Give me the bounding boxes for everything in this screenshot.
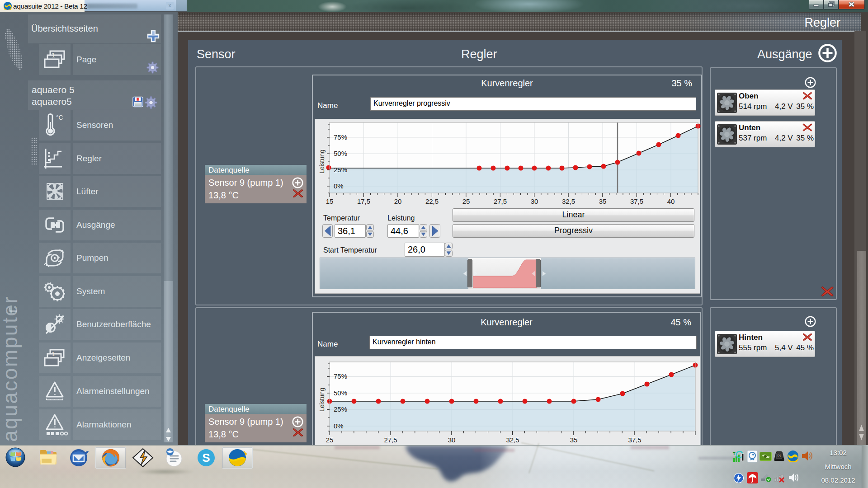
svg-text:37,5: 37,5 <box>630 197 643 205</box>
svg-text:75%: 75% <box>334 372 347 380</box>
svg-text:1: 1 <box>52 52 55 59</box>
svg-text:50%: 50% <box>334 150 347 157</box>
svg-text:30: 30 <box>448 436 456 444</box>
svg-text:35: 35 <box>599 197 607 205</box>
svg-text:25: 25 <box>462 197 470 205</box>
svg-text:37,5: 37,5 <box>628 436 641 444</box>
svg-text:35: 35 <box>570 436 578 444</box>
svg-text:27,5: 27,5 <box>494 197 507 205</box>
svg-text:30: 30 <box>531 197 538 205</box>
svg-text:0%: 0% <box>334 422 344 430</box>
svg-text:32,5: 32,5 <box>506 436 519 444</box>
svg-text:27,5: 27,5 <box>384 436 397 444</box>
svg-text:1: 1 <box>52 351 55 357</box>
svg-text:22,5: 22,5 <box>425 197 439 205</box>
svg-text:40: 40 <box>667 197 675 205</box>
svg-text:T: T <box>733 451 736 456</box>
svg-text:S: S <box>202 451 210 465</box>
svg-text:75%: 75% <box>334 133 347 141</box>
svg-text:Leistung: Leistung <box>318 150 326 174</box>
svg-text:25%: 25% <box>334 166 347 174</box>
svg-text:25: 25 <box>326 436 334 444</box>
svg-text:25%: 25% <box>334 405 347 413</box>
svg-text:50%: 50% <box>334 389 347 397</box>
svg-text:20: 20 <box>394 197 402 205</box>
svg-text:15: 15 <box>326 197 334 205</box>
svg-text:°C: °C <box>56 114 63 121</box>
svg-text:Leistung: Leistung <box>318 388 326 412</box>
svg-text:G: G <box>778 453 781 458</box>
svg-text:17,5: 17,5 <box>357 197 370 205</box>
svg-text:0%: 0% <box>334 182 344 190</box>
svg-text:32,5: 32,5 <box>562 197 575 205</box>
